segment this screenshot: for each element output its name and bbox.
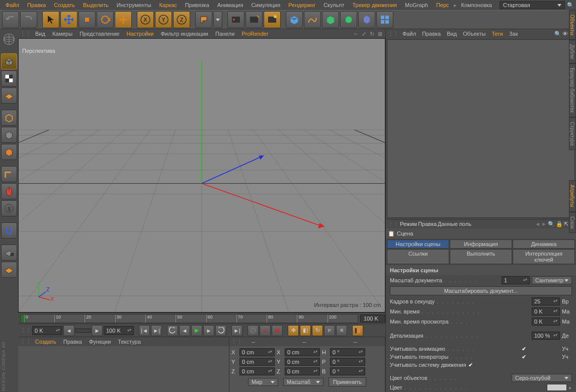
tab-key-interp[interactable]: Интерполяция ключей: [513, 249, 575, 264]
menu-character[interactable]: Перс: [433, 1, 453, 9]
menu-simulation[interactable]: Симуляция: [248, 1, 284, 9]
mat-edit[interactable]: Правка: [60, 338, 85, 346]
scale-tool[interactable]: [78, 11, 96, 28]
menu-select[interactable]: Выделить: [79, 1, 112, 9]
key-pla-button[interactable]: ⊞: [336, 325, 347, 336]
rtab-objects[interactable]: Объекты: [569, 10, 576, 40]
obj-tags[interactable]: Теги: [489, 30, 506, 38]
mat-create[interactable]: Создать: [32, 338, 59, 346]
timeline-end-field[interactable]: 100 K: [360, 315, 385, 323]
menu-tools[interactable]: Инструменты: [113, 1, 155, 9]
spline-button[interactable]: [304, 11, 321, 28]
render-view-button[interactable]: [227, 11, 244, 28]
vp-view[interactable]: Вид: [32, 30, 48, 38]
workplane-button[interactable]: [1, 88, 17, 104]
menu-render[interactable]: Рендеринг: [285, 1, 319, 9]
mat-texture[interactable]: Текстура: [115, 338, 143, 346]
anim-checkbox[interactable]: ✔: [522, 346, 528, 352]
fcurve-button[interactable]: [352, 325, 363, 336]
attr-fwd-icon[interactable]: ►: [541, 221, 547, 227]
edge-tool-button[interactable]: [1, 166, 17, 182]
detail-field[interactable]: 100 %▴▾: [532, 332, 560, 340]
vp-nav3-icon[interactable]: ↻: [368, 30, 375, 37]
key-param-button[interactable]: P: [324, 325, 335, 336]
minview-field[interactable]: 0 K▴▾: [532, 318, 560, 326]
motion-checkbox[interactable]: ✔: [468, 362, 474, 368]
record-disabled-button[interactable]: [248, 325, 259, 336]
snap-button[interactable]: S: [1, 200, 17, 216]
vp-filter[interactable]: Фильтр индикации: [157, 30, 211, 38]
vp-nav1-icon[interactable]: ↔: [352, 30, 359, 37]
mintime-field[interactable]: 0 K▴▾: [532, 307, 560, 316]
vp-options[interactable]: Настройки: [123, 30, 156, 38]
tab-references[interactable]: Ссылки: [387, 249, 449, 264]
x-axis-toggle[interactable]: X: [137, 11, 154, 28]
render-picture-button[interactable]: [245, 11, 263, 28]
scene-object-button[interactable]: [358, 11, 375, 28]
obj-search-icon[interactable]: 🔍: [554, 31, 561, 37]
world-dropdown[interactable]: Мир: [248, 378, 278, 386]
move-tool[interactable]: [60, 11, 77, 28]
scale-doc-button[interactable]: Масштабировать документ...: [390, 286, 572, 295]
obj-objects[interactable]: Объекты: [460, 30, 488, 38]
viewport-solo-button[interactable]: [1, 110, 17, 126]
vp-nav2-icon[interactable]: ⤢: [360, 30, 367, 37]
attr-up-icon[interactable]: ⇱: [564, 221, 568, 227]
play-button[interactable]: ▶: [191, 325, 202, 336]
redo-button[interactable]: [20, 11, 37, 28]
rtab-browser[interactable]: Браузер библиотек: [569, 63, 576, 117]
object-tree[interactable]: [387, 39, 575, 218]
grip-icon[interactable]: ⋮⋮: [231, 339, 242, 345]
deformer-button[interactable]: [340, 11, 357, 28]
current-frame-field[interactable]: 0 K▴▾: [32, 326, 62, 335]
grip-icon[interactable]: ⋮⋮: [388, 221, 399, 227]
size-y-field[interactable]: 0 cm▴▾: [285, 358, 320, 366]
prev-range-button[interactable]: ◄: [63, 325, 74, 336]
range-slider[interactable]: [75, 329, 91, 333]
mat-functions[interactable]: Функции: [86, 338, 114, 346]
coord-dropdown[interactable]: [213, 11, 222, 28]
select-tool[interactable]: [42, 11, 59, 28]
attr-edit[interactable]: Правка: [418, 221, 437, 227]
attr-search-icon[interactable]: 🔍: [548, 221, 555, 227]
menu-mesh[interactable]: Каркас: [155, 1, 180, 9]
tab-dynamics[interactable]: Динамика: [513, 240, 575, 249]
obj-edit[interactable]: Правка: [420, 30, 443, 38]
rotate-tool[interactable]: [97, 11, 114, 28]
size-z-field[interactable]: 0 cm▴▾: [285, 367, 320, 375]
menu-tracker[interactable]: Трекер движения: [349, 1, 400, 9]
menu-snap[interactable]: Привязка: [182, 1, 213, 9]
rot-b-field[interactable]: 0 °▴▾: [330, 367, 365, 375]
step-fwd-key-button[interactable]: [215, 325, 226, 336]
record-button[interactable]: ●: [260, 325, 271, 336]
wireframe-button[interactable]: [1, 127, 17, 143]
apply-button[interactable]: Применить: [328, 377, 366, 386]
magnet-button[interactable]: [1, 222, 17, 239]
mouse-tool-button[interactable]: [1, 183, 17, 199]
goto-end-button[interactable]: ►|: [151, 325, 162, 336]
workplane-snap-button[interactable]: [1, 262, 17, 278]
doc-scale-unit[interactable]: Сантиметр: [532, 276, 572, 284]
attr-mode[interactable]: Режим: [400, 221, 417, 227]
scale-dropdown[interactable]: Масштаб: [283, 378, 323, 386]
layout-dropdown[interactable]: Стартовая: [500, 1, 565, 9]
search-icon[interactable]: 🔍: [567, 2, 574, 9]
texture-mode-button[interactable]: [1, 70, 17, 87]
generator-button[interactable]: [322, 11, 339, 28]
pos-z-field[interactable]: 0 cm▴▾: [239, 367, 275, 375]
render-settings-button[interactable]: [264, 11, 281, 28]
attr-lock-icon[interactable]: 🔒: [556, 221, 563, 227]
viewport[interactable]: Интервал растра : 100 cm Y X Z: [18, 38, 385, 312]
tab-execute[interactable]: Выполнить: [450, 249, 512, 264]
z-axis-toggle[interactable]: Z: [173, 11, 190, 28]
attr-back-icon[interactable]: ◄: [535, 221, 540, 227]
doc-scale-field[interactable]: 1▴▾: [502, 276, 530, 284]
undo-button[interactable]: [2, 11, 19, 28]
obj-eye-icon[interactable]: 👁: [562, 31, 568, 37]
grip-icon[interactable]: ⋮⋮: [388, 31, 399, 37]
globe-icon[interactable]: [1, 31, 17, 47]
gen-checkbox[interactable]: ✔: [522, 354, 528, 360]
menu-edit[interactable]: Правка: [24, 1, 49, 9]
pos-y-field[interactable]: 0 cm▴▾: [239, 358, 275, 366]
coord-system-button[interactable]: [195, 11, 212, 28]
